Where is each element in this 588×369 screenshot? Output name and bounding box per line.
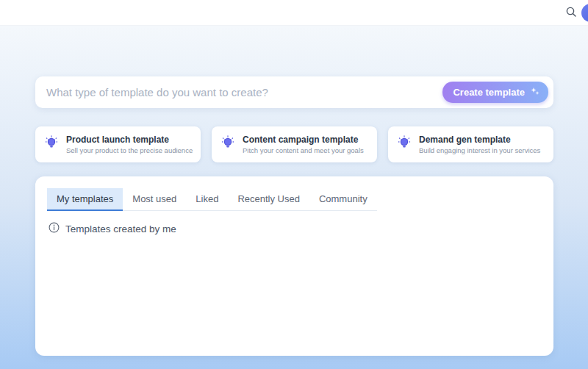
card-title: Product launch template <box>66 135 193 145</box>
card-subtitle: Build engaging interest in your services <box>419 146 540 154</box>
template-suggestion-cards: Product launch template Sell your produc… <box>35 126 553 162</box>
card-demand-gen[interactable]: Demand gen template Build engaging inter… <box>388 126 553 162</box>
lightbulb-icon <box>44 135 59 154</box>
info-icon <box>49 222 60 235</box>
empty-state-message: Templates created by me <box>65 223 176 234</box>
templates-tabs: My templates Most used Liked Recently Us… <box>47 188 377 211</box>
tab-most-used[interactable]: Most used <box>123 188 186 211</box>
tab-recently-used[interactable]: Recently Used <box>228 188 309 211</box>
card-subtitle: Pitch your content and meet your goals <box>243 146 364 154</box>
user-avatar[interactable] <box>581 4 588 22</box>
empty-state: Templates created by me <box>47 222 542 235</box>
card-title: Demand gen template <box>419 135 540 145</box>
tab-liked[interactable]: Liked <box>186 188 228 211</box>
sparkles-icon <box>530 86 540 98</box>
card-subtitle: Sell your product to the precise audienc… <box>66 146 193 154</box>
card-content-campaign[interactable]: Content campaign template Pitch your con… <box>212 126 377 162</box>
create-template-button[interactable]: Create template <box>442 82 548 103</box>
card-title: Content campaign template <box>243 135 364 145</box>
card-product-launch[interactable]: Product launch template Sell your produc… <box>35 126 201 162</box>
tab-my-templates[interactable]: My templates <box>47 188 123 211</box>
templates-panel: My templates Most used Liked Recently Us… <box>35 176 553 356</box>
create-template-label: Create template <box>453 87 525 98</box>
search-icon[interactable] <box>565 6 577 18</box>
lightbulb-icon <box>397 135 412 154</box>
lightbulb-icon <box>220 135 235 154</box>
template-prompt-bar: Create template <box>35 76 553 108</box>
topbar <box>0 0 588 26</box>
tab-community[interactable]: Community <box>309 188 377 211</box>
